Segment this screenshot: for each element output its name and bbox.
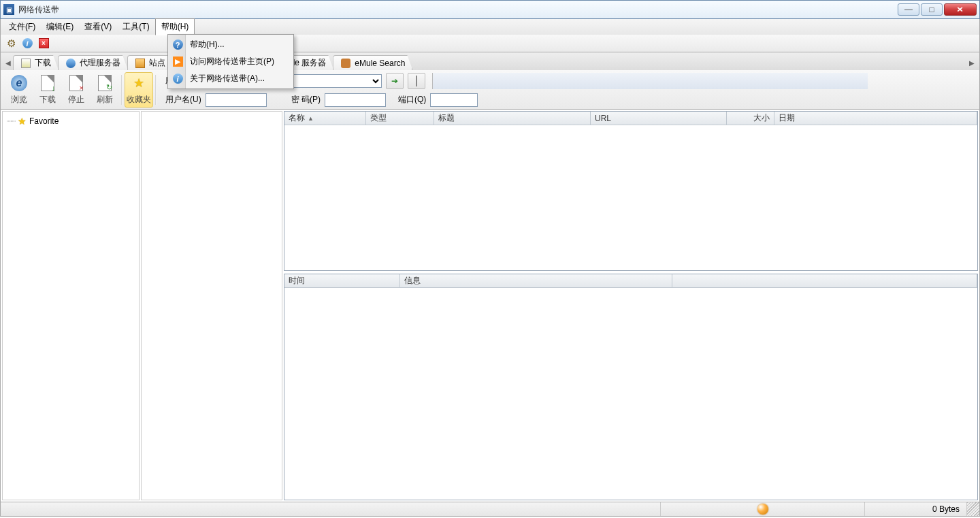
col-size[interactable]: 大小 — [727, 112, 774, 125]
favorites-tree-panel: ┈┈ ★ Favorite — [2, 111, 140, 500]
page-icon — [20, 58, 31, 69]
tab-scroll-left[interactable]: ◀ — [3, 55, 13, 70]
menu-tools[interactable]: 工具(T) — [117, 19, 154, 35]
refresh-doc-icon: ↻ — [96, 74, 114, 92]
menu-file[interactable]: 文件(F) — [3, 19, 41, 35]
col-info[interactable]: 信息 — [400, 274, 672, 287]
menu-help[interactable]: 帮助(H) — [155, 18, 195, 35]
app-icon: ▣ — [3, 4, 14, 15]
titlebar: ▣ 网络传送带 — □ × — [0, 0, 980, 19]
status-orb-icon — [757, 504, 768, 515]
tab-site-explorer[interactable]: 站点 — [127, 55, 173, 70]
tree-connector: ┈┈ — [7, 116, 15, 126]
box-icon — [135, 58, 146, 69]
globe-icon — [65, 58, 76, 69]
tab-emule-search[interactable]: eMule Search — [333, 55, 412, 70]
settings-icon[interactable]: ⚙ — [5, 37, 17, 50]
right-panel: 名称▲ 类型 标题 URL 大小 日期 时间 信息 — [284, 111, 978, 500]
help-menu-about[interactable]: i 关于网络传送带(A)... — [169, 70, 292, 87]
menu-view[interactable]: 查看(V) — [79, 19, 117, 35]
favorite-tree-root[interactable]: ┈┈ ★ Favorite — [5, 114, 136, 128]
tabbar: ◀ 下载 代理服务器 站点 ⚡ Mule 服务器 eMule Search ▶ — [0, 52, 980, 70]
file-grid-body[interactable] — [284, 125, 977, 270]
sheet-icon — [416, 76, 417, 86]
go-arrow-icon: ➔ — [391, 76, 398, 86]
star-icon: ★ — [18, 116, 27, 127]
port-label: 端口(Q) — [398, 94, 426, 106]
refresh-button[interactable]: ↻ 刷新 — [91, 72, 119, 108]
log-grid: 时间 信息 — [284, 274, 978, 500]
resize-grip[interactable] — [967, 502, 979, 516]
file-grid-header: 名称▲ 类型 标题 URL 大小 日期 — [284, 112, 977, 125]
col-url[interactable]: URL — [591, 112, 727, 125]
copy-button[interactable] — [408, 73, 425, 89]
download-button[interactable]: ↓ 下载 — [33, 72, 62, 108]
log-grid-header: 时间 信息 — [284, 274, 977, 288]
info-icon: i — [173, 74, 183, 84]
header-blank-area — [432, 73, 868, 89]
col-type[interactable]: 类型 — [366, 112, 434, 125]
stop-doc-icon: × — [67, 74, 85, 92]
password-label: 密 码(P) — [291, 94, 321, 106]
star-icon: ★ — [130, 74, 148, 92]
go-button[interactable]: ➔ — [386, 73, 404, 89]
minimize-button[interactable]: — — [898, 3, 919, 16]
content-area: ┈┈ ★ Favorite 名称▲ 类型 标题 URL 大小 日期 时间 信息 — [0, 110, 980, 502]
small-toolbar: ⚙ i × — [0, 35, 980, 52]
file-grid: 名称▲ 类型 标题 URL 大小 日期 — [284, 111, 978, 271]
stop-button[interactable]: × 停止 — [62, 72, 91, 108]
favorites-button[interactable]: ★ 收藏夹 — [125, 72, 153, 108]
help-menu-help[interactable]: ? 帮助(H)... — [169, 36, 292, 53]
col-date[interactable]: 日期 — [774, 112, 977, 125]
close-button[interactable]: × — [944, 3, 977, 16]
username-label: 用户名(U) — [165, 94, 201, 106]
tab-scroll-right[interactable]: ▶ — [967, 55, 977, 70]
maximize-button[interactable]: □ — [921, 3, 943, 16]
col-name[interactable]: 名称▲ — [284, 112, 366, 125]
status-left — [1, 502, 661, 516]
log-grid-body[interactable] — [284, 288, 977, 500]
tab-download[interactable]: 下载 — [13, 55, 59, 70]
donkey-icon — [340, 58, 351, 69]
col-time[interactable]: 时间 — [284, 274, 400, 287]
status-bytes: 0 Bytes — [865, 502, 967, 516]
arrow-right-icon: ▶ — [173, 56, 183, 67]
ie-icon: e — [10, 74, 28, 92]
col-blank[interactable] — [672, 274, 977, 287]
help-menu-visit-homepage[interactable]: ▶ 访问网络传送带主页(P) — [169, 53, 292, 70]
window-title: 网络传送带 — [18, 4, 59, 16]
middle-list-panel — [141, 111, 282, 500]
col-title[interactable]: 标题 — [434, 112, 591, 125]
tab-proxy[interactable]: 代理服务器 — [58, 55, 128, 70]
menu-edit[interactable]: 编辑(E) — [41, 19, 79, 35]
download-doc-icon: ↓ — [39, 74, 56, 92]
menubar: 文件(F) 编辑(E) 查看(V) 工具(T) 帮助(H) — [0, 19, 980, 35]
close-red-icon[interactable]: × — [37, 37, 50, 50]
statusbar: 0 Bytes — [0, 502, 980, 517]
sort-asc-icon: ▲ — [308, 115, 314, 122]
toolbar-separator — [121, 75, 122, 105]
main-toolbar: e 浏览 ↓ 下载 × 停止 ↻ 刷新 ★ 收藏夹 服 ➔ 用户名(U) 密 码… — [0, 70, 980, 110]
password-input[interactable] — [325, 93, 386, 107]
username-input[interactable] — [206, 93, 267, 107]
toolbar-separator-2 — [155, 75, 157, 105]
help-icon: ? — [173, 39, 183, 50]
help-dropdown: ? 帮助(H)... ▶ 访问网络传送带主页(P) i 关于网络传送带(A)..… — [167, 34, 294, 89]
browse-button[interactable]: e 浏览 — [5, 72, 33, 108]
info-small-icon[interactable]: i — [21, 37, 33, 50]
status-progress — [661, 502, 865, 516]
port-input[interactable] — [430, 93, 478, 107]
